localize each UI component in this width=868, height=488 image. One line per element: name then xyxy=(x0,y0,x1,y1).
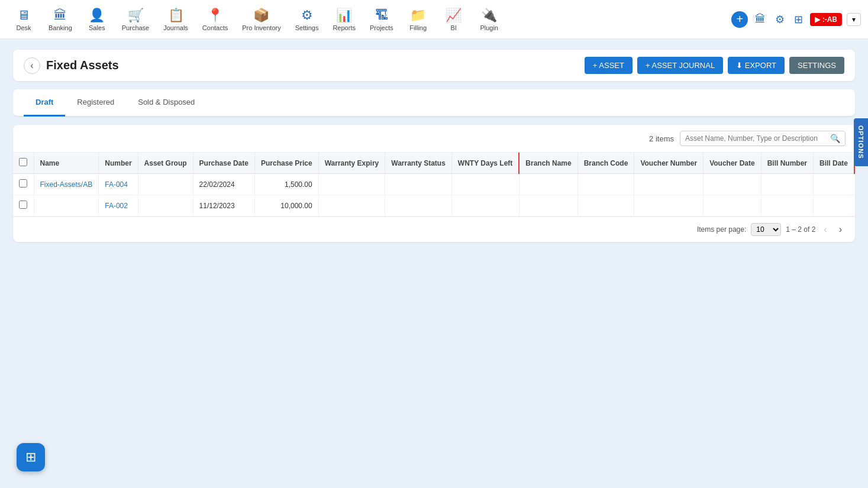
back-button[interactable]: ‹ xyxy=(24,57,40,74)
tabs-bar: Draft Registered Sold & Disposed xyxy=(13,89,855,117)
header-voucher-number: Voucher Number xyxy=(634,153,704,174)
user-dropdown[interactable]: ▾ xyxy=(847,13,861,26)
nav-icon-reports: 📊 xyxy=(336,8,352,23)
cell-bill-date xyxy=(813,195,854,216)
nav-item-projects[interactable]: 🏗Projects xyxy=(364,4,399,35)
nav-label-banking: Banking xyxy=(49,24,72,31)
nav-label-contacts: Contacts xyxy=(202,24,228,31)
header-name: Name xyxy=(34,153,99,174)
nav-label-settings: Settings xyxy=(295,24,319,31)
name-link[interactable]: Fixed-Assets/AB xyxy=(40,180,93,189)
nav-item-settings[interactable]: ⚙Settings xyxy=(289,4,325,35)
table-header-row: Name Number Asset Group Purchase Date Pu… xyxy=(13,153,854,174)
header-asset-group: Asset Group xyxy=(138,153,193,174)
export-label: ⬇ EXPORT xyxy=(736,61,776,70)
prev-page-button[interactable]: ‹ xyxy=(820,223,830,236)
asset-button[interactable]: + ASSET xyxy=(585,57,633,74)
settings-label: SETTINGS xyxy=(798,61,836,70)
nav-icon-proinventory: 📦 xyxy=(253,8,269,23)
nav-item-reports[interactable]: 📊Reports xyxy=(327,4,362,35)
fab-grid-button[interactable]: ⊞ xyxy=(17,443,45,471)
nav-icon-contacts: 📍 xyxy=(207,8,223,23)
table-row: Fixed-Assets/AB FA-004 22/02/2024 1,500.… xyxy=(13,174,854,195)
cell-purchase-price: 1,500.00 xyxy=(254,174,318,195)
nav-item-bi[interactable]: 📈BI xyxy=(437,4,470,35)
main-content: ‹ Fixed Assets + ASSET + ASSET JOURNAL ⬇… xyxy=(0,39,868,253)
grid-icon-btn[interactable]: ⊞ xyxy=(792,11,805,28)
next-page-button[interactable]: › xyxy=(835,223,846,236)
page-header: ‹ Fixed Assets + ASSET + ASSET JOURNAL ⬇… xyxy=(13,50,855,81)
header-warranty-expiry: Warranty Expiry xyxy=(318,153,385,174)
assets-table: Name Number Asset Group Purchase Date Pu… xyxy=(13,153,855,216)
cell-branch-name xyxy=(519,174,577,195)
options-sidebar[interactable]: OPTIONS xyxy=(854,118,868,166)
table-body: Fixed-Assets/AB FA-004 22/02/2024 1,500.… xyxy=(13,174,854,216)
cell-number: FA-002 xyxy=(99,195,138,216)
nav-item-banking[interactable]: 🏛Banking xyxy=(43,4,78,35)
search-icon[interactable]: 🔍 xyxy=(830,134,840,143)
nav-label-reports: Reports xyxy=(333,24,356,31)
page-range: 1 – 2 of 2 xyxy=(786,225,815,234)
tab-registered[interactable]: Registered xyxy=(65,89,126,117)
nav-label-filling: Filling xyxy=(409,24,427,31)
asset-button-label: + ASSET xyxy=(593,61,624,70)
header-checkbox xyxy=(13,153,34,174)
cell-bill-number xyxy=(761,174,813,195)
number-link[interactable]: FA-002 xyxy=(105,202,128,210)
cell-purchase-date: 11/12/2023 xyxy=(193,195,254,216)
header-bill-number: Bill Number xyxy=(761,153,813,174)
header-voucher-date: Voucher Date xyxy=(704,153,761,174)
top-nav: 🖥Desk🏛Banking👤Sales🛒Purchase📋Journals📍Co… xyxy=(0,0,868,39)
header-warranty-status: Warranty Status xyxy=(385,153,452,174)
nav-item-sales[interactable]: 👤Sales xyxy=(80,4,114,35)
cell-wnty-days-left xyxy=(451,174,519,195)
header-branch-name: Branch Name xyxy=(519,153,577,174)
youtube-button[interactable]: ▶ :-AB xyxy=(810,13,842,26)
tab-sold-disposed[interactable]: Sold & Disposed xyxy=(126,89,206,117)
number-link[interactable]: FA-004 xyxy=(105,180,128,189)
row-checkbox[interactable] xyxy=(19,201,27,209)
nav-icon-bi: 📈 xyxy=(446,8,462,23)
row-checkbox[interactable] xyxy=(19,179,27,188)
nav-item-contacts[interactable]: 📍Contacts xyxy=(196,4,234,35)
cell-checkbox xyxy=(13,174,34,195)
nav-icon-desk: 🖥 xyxy=(17,8,30,23)
nav-item-desk[interactable]: 🖥Desk xyxy=(7,4,40,35)
table-toolbar: 2 items 🔍 xyxy=(13,125,855,153)
cell-branch-code xyxy=(577,174,634,195)
cell-purchase-price: 10,000.00 xyxy=(254,195,318,216)
table-row: FA-002 11/12/2023 10,000.00 xyxy=(13,195,854,216)
home-icon-btn[interactable]: 🏛 xyxy=(753,11,768,28)
header-purchase-price: Purchase Price xyxy=(254,153,318,174)
settings-button[interactable]: SETTINGS xyxy=(789,57,844,74)
nav-label-projects: Projects xyxy=(370,24,393,31)
cell-asset-group xyxy=(138,174,193,195)
cell-warranty-expiry xyxy=(318,174,385,195)
pagination-bar: Items per page: 10 25 50 100 1 – 2 of 2 … xyxy=(13,216,855,242)
nav-item-journals[interactable]: 📋Journals xyxy=(157,4,194,35)
items-per-page-select[interactable]: 10 25 50 100 xyxy=(751,223,781,236)
cell-voucher-number xyxy=(634,174,704,195)
add-button[interactable]: + xyxy=(731,11,748,28)
nav-item-plugin[interactable]: 🔌Plugin xyxy=(473,4,506,35)
nav-right: + 🏛 ⚙ ⊞ ▶ :-AB ▾ xyxy=(731,11,861,28)
nav-item-filling[interactable]: 📁Filling xyxy=(402,4,435,35)
cell-checkbox xyxy=(13,195,34,216)
asset-journal-button[interactable]: + ASSET JOURNAL xyxy=(637,57,723,74)
nav-label-desk: Desk xyxy=(16,24,31,31)
nav-item-purchase[interactable]: 🛒Purchase xyxy=(116,4,155,35)
page-title: Fixed Assets xyxy=(46,59,119,72)
select-all-checkbox[interactable] xyxy=(19,158,27,166)
nav-item-proinventory[interactable]: 📦Pro Inventory xyxy=(236,4,286,35)
nav-icon-purchase: 🛒 xyxy=(128,8,144,23)
cell-warranty-expiry xyxy=(318,195,385,216)
search-input[interactable] xyxy=(685,134,827,143)
cell-warranty-status xyxy=(385,195,452,216)
export-button[interactable]: ⬇ EXPORT xyxy=(728,57,785,74)
settings-icon-btn[interactable]: ⚙ xyxy=(773,11,787,28)
cell-voucher-date xyxy=(704,174,761,195)
tab-draft[interactable]: Draft xyxy=(24,89,65,117)
nav-label-plugin: Plugin xyxy=(480,24,498,31)
items-per-page-label: Items per page: xyxy=(697,225,746,234)
header-bill-date: Bill Date xyxy=(813,153,854,174)
